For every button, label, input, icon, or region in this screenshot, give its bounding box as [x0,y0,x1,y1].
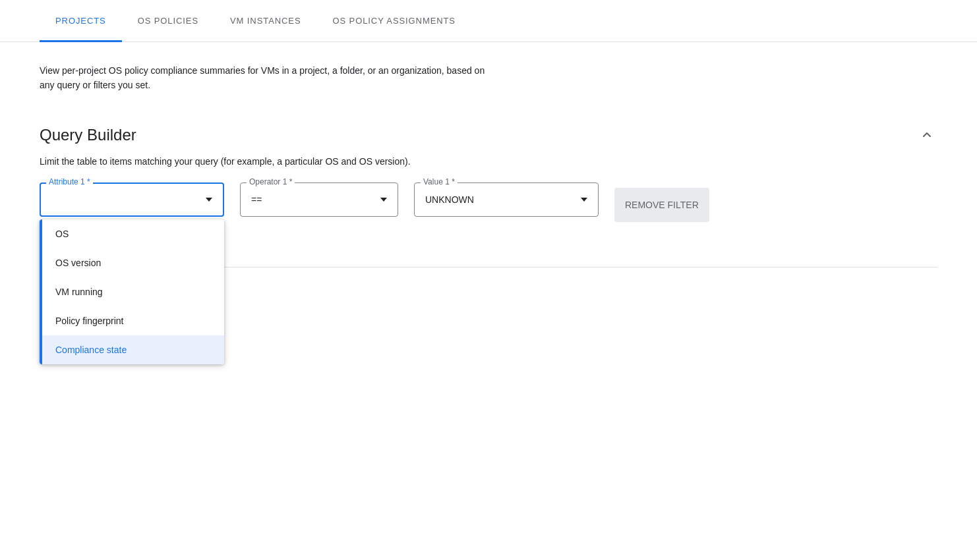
query-builder-title: Query Builder [40,126,136,144]
attribute1-wrapper: Attribute 1 * OS OS version VM running [40,182,224,217]
attribute1-dropdown-menu: OS OS version VM running Policy fingerpr… [40,219,224,364]
operator1-dropdown[interactable]: == [240,182,398,217]
query-builder-description: Limit the table to items matching your q… [40,156,937,167]
operator1-wrapper: Operator 1 * == [240,182,398,217]
tab-os-policies[interactable]: OS POLICIES [122,1,214,42]
query-form-row: Attribute 1 * OS OS version VM running [40,182,937,222]
dropdown-item-compliance-state[interactable]: Compliance state [42,335,224,364]
query-builder-header: Query Builder [40,125,937,146]
main-content: View per-project OS policy compliance su… [0,42,977,314]
value1-value: UNKNOWN [425,194,474,205]
tab-os-policy-assignments[interactable]: OS POLICY ASSIGNMENTS [316,1,471,42]
dropdown-item-os-version[interactable]: OS version [42,248,224,277]
value1-chevron-down-icon [581,198,587,202]
operator1-chevron-down-icon [380,198,387,202]
attribute1-label: Attribute 1 * [46,177,93,186]
attribute1-chevron-down-icon [206,198,212,202]
dropdown-item-os[interactable]: OS [42,219,224,248]
tab-vm-instances[interactable]: VM INSTANCES [214,1,316,42]
collapse-button[interactable] [916,125,937,146]
attribute1-dropdown[interactable] [40,182,224,217]
value1-dropdown[interactable]: UNKNOWN [414,182,599,217]
page-description: View per-project OS policy compliance su… [40,63,501,93]
dropdown-item-policy-fingerprint[interactable]: Policy fingerprint [42,306,224,335]
value1-label: Value 1 * [421,177,458,186]
operator1-label: Operator 1 * [247,177,295,186]
dropdown-item-vm-running[interactable]: VM running [42,277,224,306]
remove-filter-button[interactable]: REMOVE FILTER [614,188,709,222]
value1-wrapper: Value 1 * UNKNOWN [414,182,599,217]
tabs-container: PROJECTS OS POLICIES VM INSTANCES OS POL… [0,0,977,42]
remove-filter-label: REMOVE FILTER [625,200,699,210]
query-builder-section: Query Builder Limit the table to items m… [40,125,937,256]
tab-projects[interactable]: PROJECTS [40,1,122,42]
operator1-value: == [251,194,262,205]
